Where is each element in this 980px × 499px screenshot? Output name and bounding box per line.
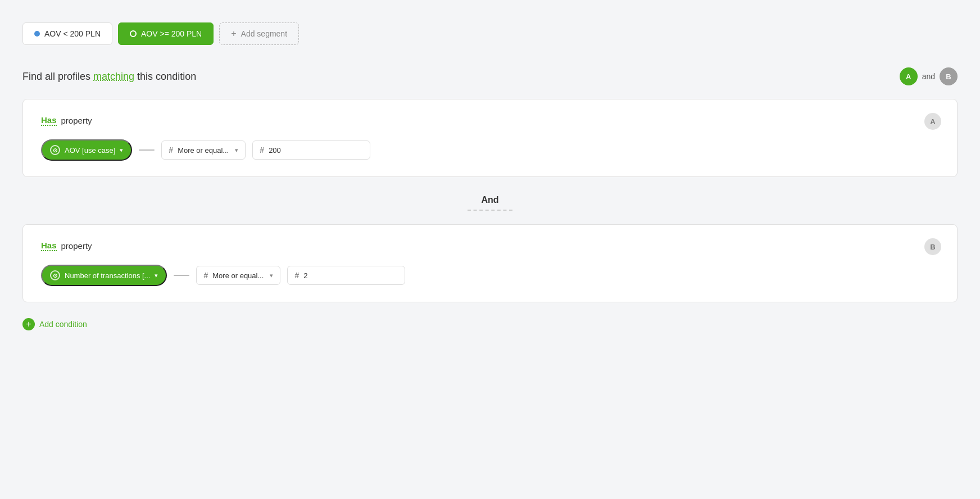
add-segment-label: Add segment	[241, 29, 288, 38]
condition-b-hash-icon: #	[203, 271, 208, 280]
find-profiles-prefix: Find all profiles	[22, 71, 93, 82]
condition-b-pill-label: Number of transactions [...	[65, 271, 150, 280]
condition-b-value-wrap: #	[287, 266, 405, 285]
condition-a-property-label: property	[61, 116, 92, 125]
segment-tab-1-dot	[34, 31, 40, 37]
badge-b: B	[940, 67, 958, 85]
condition-b-row: ⊙ Number of transactions [... ▾ # More o…	[41, 265, 939, 286]
add-segment-icon: +	[231, 29, 236, 39]
condition-a-row: ⊙ AOV [use case] ▾ # More or equal... ▾ …	[41, 139, 939, 161]
find-profiles-row: Find all profiles matching this conditio…	[22, 67, 958, 85]
condition-b-separator	[174, 275, 189, 276]
condition-a-value-wrap: #	[252, 140, 370, 160]
add-condition-row[interactable]: + Add condition	[22, 318, 958, 330]
condition-b-header-row: Has property	[41, 241, 939, 251]
condition-b-has-label: Has	[41, 241, 57, 251]
condition-a-operator-dropdown[interactable]: # More or equal... ▾	[161, 140, 246, 160]
find-profiles-suffix: this condition	[134, 71, 196, 82]
condition-b-property-label: property	[61, 241, 92, 251]
condition-b-operator-label: More or equal...	[212, 271, 265, 280]
segment-tab-2-dot	[130, 30, 137, 37]
add-condition-icon: +	[22, 318, 35, 330]
segment-tab-1-label: AOV < 200 PLN	[44, 29, 101, 38]
add-condition-label: Add condition	[39, 320, 87, 329]
and-divider: And	[22, 177, 958, 224]
condition-b-chevron-icon: ▾	[155, 272, 158, 279]
segment-tab-1[interactable]: AOV < 200 PLN	[22, 22, 112, 45]
condition-b-value-input[interactable]	[303, 271, 398, 280]
condition-b-pill-icon: ⊙	[50, 270, 60, 280]
ab-badges: A and B	[900, 67, 958, 85]
condition-a-badge: A	[924, 113, 941, 130]
segment-tabs: AOV < 200 PLN AOV >= 200 PLN + Add segme…	[22, 22, 958, 45]
condition-a-hash-icon: #	[169, 146, 173, 155]
badge-a: A	[900, 67, 918, 85]
condition-a-pill-label: AOV [use case]	[65, 146, 115, 155]
condition-a-operator-label: More or equal...	[178, 146, 230, 155]
condition-a-header-row: Has property	[41, 115, 939, 126]
matching-label: matching	[93, 71, 134, 82]
condition-b-pill[interactable]: ⊙ Number of transactions [... ▾	[41, 265, 167, 286]
and-connector-label: and	[922, 72, 935, 81]
add-segment-button[interactable]: + Add segment	[219, 22, 299, 45]
segment-tab-2[interactable]: AOV >= 200 PLN	[118, 22, 214, 45]
condition-b-card: Has property B ⊙ Number of transactions …	[22, 224, 958, 302]
and-divider-text: And	[468, 190, 512, 211]
condition-a-has-label: Has	[41, 115, 57, 126]
condition-a-separator	[139, 149, 155, 151]
condition-a-chevron-icon: ▾	[120, 147, 123, 154]
segment-tab-2-label: AOV >= 200 PLN	[141, 29, 202, 38]
condition-b-op-chevron-icon: ▾	[270, 272, 273, 279]
condition-a-card: Has property A ⊙ AOV [use case] ▾ # More…	[22, 99, 958, 177]
condition-a-op-chevron-icon: ▾	[235, 147, 238, 154]
condition-a-value-hash-icon: #	[260, 146, 264, 155]
condition-b-value-hash-icon: #	[294, 271, 299, 280]
condition-a-value-input[interactable]	[269, 146, 363, 155]
condition-a-pill-icon: ⊙	[50, 145, 60, 155]
find-profiles-text: Find all profiles matching this conditio…	[22, 71, 196, 83]
condition-b-operator-dropdown[interactable]: # More or equal... ▾	[196, 266, 280, 285]
condition-b-badge: B	[924, 238, 941, 255]
condition-a-pill[interactable]: ⊙ AOV [use case] ▾	[41, 139, 132, 161]
